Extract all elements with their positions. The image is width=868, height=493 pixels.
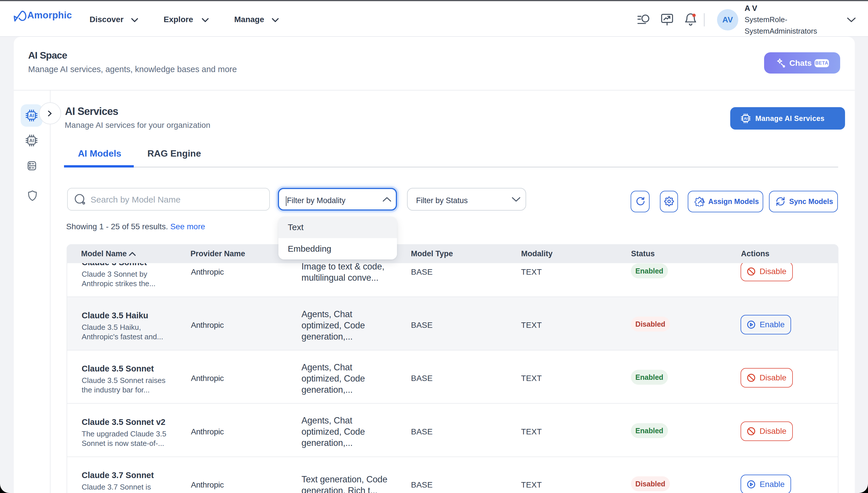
svg-text:AI: AI [744,116,748,121]
svg-text:AI: AI [29,138,34,143]
svg-text:AI: AI [29,113,34,118]
